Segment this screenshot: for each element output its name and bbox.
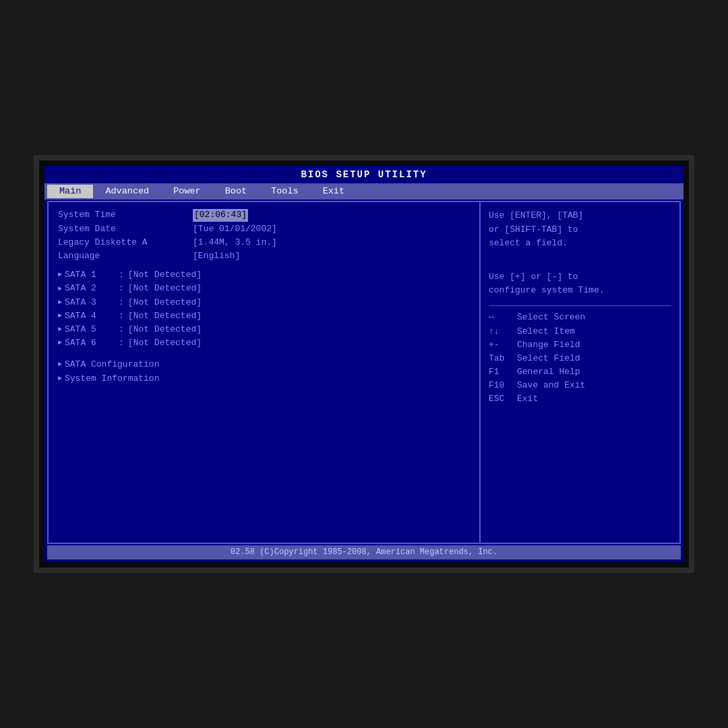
system-info-row[interactable]: ► System Information	[58, 373, 470, 385]
sata3-row[interactable]: ► SATA 3 : [Not Detected]	[58, 297, 470, 309]
sata2-row[interactable]: ► SATA 2 : [Not Detected]	[58, 282, 470, 295]
sata1-arrow: ►	[58, 270, 62, 280]
legacy-diskette-row[interactable]: Legacy Diskette A [1.44M, 3.5 in.]	[58, 237, 470, 249]
help-line-3: select a field.	[489, 237, 671, 250]
sata6-label: SATA 6	[65, 337, 119, 349]
sata5-arrow: ►	[58, 325, 62, 334]
language-label: Language	[58, 250, 193, 262]
bios-title: BIOS SETUP UTILITY	[44, 166, 684, 183]
key-sym-tab: Tab	[489, 353, 517, 365]
bios-container: BIOS SETUP UTILITY Main Advanced Power B…	[44, 166, 684, 562]
legacy-diskette-value[interactable]: [1.44M, 3.5 in.]	[193, 237, 277, 249]
key-help-section: ↔ Select Screen ↑↓ Select Item +- Change…	[489, 311, 671, 405]
right-panel: Use [ENTER], [TAB] or [SHIFT-TAB] to sel…	[481, 202, 679, 543]
sata5-value: [Not Detected]	[128, 324, 202, 336]
sata4-value: [Not Detected]	[128, 310, 202, 322]
footer-bar: 02.58 (C)Copyright 1985-2008, American M…	[47, 545, 681, 559]
menu-item-boot[interactable]: Boot	[213, 185, 259, 199]
sata5-row[interactable]: ► SATA 5 : [Not Detected]	[58, 324, 470, 336]
system-date-row[interactable]: System Date [Tue 01/01/2002]	[58, 223, 470, 235]
key-sym-arrows: ↔	[489, 311, 517, 324]
key-sym-f1: F1	[489, 366, 517, 378]
screen-bezel: BIOS SETUP UTILITY Main Advanced Power B…	[34, 155, 694, 573]
key-desc-general-help: General Help	[517, 366, 580, 378]
menu-item-advanced[interactable]: Advanced	[93, 185, 161, 199]
help-line-6: configure system Time.	[489, 284, 671, 297]
sata4-arrow: ►	[58, 311, 62, 321]
sata-section: ► SATA 1 : [Not Detected] ► SATA 2 : [No…	[58, 269, 470, 349]
menu-bar: Main Advanced Power Boot Tools Exit	[44, 183, 684, 200]
system-time-label: System Time	[58, 209, 193, 221]
language-value[interactable]: [English]	[193, 250, 240, 262]
key-desc-select-screen: Select Screen	[517, 311, 585, 324]
sata3-value: [Not Detected]	[128, 297, 202, 309]
menu-item-power[interactable]: Power	[161, 185, 213, 199]
menu-item-main[interactable]: Main	[47, 185, 93, 199]
key-row-select-screen: ↔ Select Screen	[489, 311, 671, 324]
extra-links: ► SATA Configuration ► System Informatio…	[58, 359, 470, 384]
sata3-arrow: ►	[58, 298, 62, 307]
key-desc-select-field: Select Field	[517, 353, 580, 365]
sata6-arrow: ►	[58, 338, 62, 348]
system-info-arrow: ►	[58, 374, 62, 384]
sata-config-arrow: ►	[58, 360, 62, 369]
key-row-change-field: +- Change Field	[489, 339, 671, 351]
sata6-row[interactable]: ► SATA 6 : [Not Detected]	[58, 337, 470, 349]
menu-item-tools[interactable]: Tools	[259, 185, 311, 199]
key-help-divider	[489, 305, 671, 306]
system-time-row[interactable]: System Time [02:06:43]	[58, 209, 470, 221]
key-row-general-help: F1 General Help	[489, 366, 671, 378]
help-line-2: or [SHIFT-TAB] to	[489, 223, 671, 237]
sata1-label: SATA 1	[65, 269, 119, 281]
sata-config-label[interactable]: SATA Configuration	[65, 359, 159, 371]
left-panel: System Time [02:06:43] System Date [Tue …	[49, 202, 481, 543]
sata-config-row[interactable]: ► SATA Configuration	[58, 359, 470, 371]
key-row-save-exit: F10 Save and Exit	[489, 380, 671, 392]
key-sym-plusminus: +-	[489, 339, 517, 351]
title-text: BIOS SETUP UTILITY	[301, 169, 427, 180]
key-row-select-item: ↑↓ Select Item	[489, 326, 671, 338]
help-line-5: Use [+] or [-] to	[489, 270, 671, 284]
sata5-label: SATA 5	[65, 324, 119, 336]
sata1-row[interactable]: ► SATA 1 : [Not Detected]	[58, 269, 470, 281]
footer-text: 02.58 (C)Copyright 1985-2008, American M…	[231, 547, 497, 557]
key-sym-esc: ESC	[489, 393, 517, 405]
language-row[interactable]: Language [English]	[58, 250, 470, 262]
help-text-block: Use [ENTER], [TAB] or [SHIFT-TAB] to sel…	[489, 209, 671, 297]
sata1-value: [Not Detected]	[128, 269, 202, 281]
help-line-spacer	[489, 257, 671, 270]
content-area: System Time [02:06:43] System Date [Tue …	[47, 201, 681, 544]
sata2-label: SATA 2	[65, 282, 119, 295]
key-desc-change-field: Change Field	[517, 339, 580, 351]
legacy-diskette-label: Legacy Diskette A	[58, 237, 193, 249]
key-desc-select-item: Select Item	[517, 326, 575, 338]
key-desc-esc: Exit	[517, 393, 538, 405]
sata2-arrow: ►	[58, 284, 62, 294]
key-row-esc: ESC Exit	[489, 393, 671, 405]
sata4-row[interactable]: ► SATA 4 : [Not Detected]	[58, 310, 470, 322]
key-row-select-field: Tab Select Field	[489, 353, 671, 365]
system-date-value[interactable]: [Tue 01/01/2002]	[193, 223, 277, 235]
sata4-label: SATA 4	[65, 310, 119, 322]
system-time-value[interactable]: [02:06:43]	[193, 209, 248, 221]
key-sym-updown: ↑↓	[489, 326, 517, 338]
sata6-value: [Not Detected]	[128, 337, 202, 349]
menu-item-exit[interactable]: Exit	[311, 185, 357, 199]
help-line-1: Use [ENTER], [TAB]	[489, 209, 671, 222]
key-desc-save-exit: Save and Exit	[517, 380, 585, 392]
sata3-label: SATA 3	[65, 297, 119, 309]
system-info-label[interactable]: System Information	[65, 373, 159, 385]
key-sym-f10: F10	[489, 380, 517, 392]
system-date-label: System Date	[58, 223, 193, 235]
sata2-value: [Not Detected]	[128, 282, 202, 295]
